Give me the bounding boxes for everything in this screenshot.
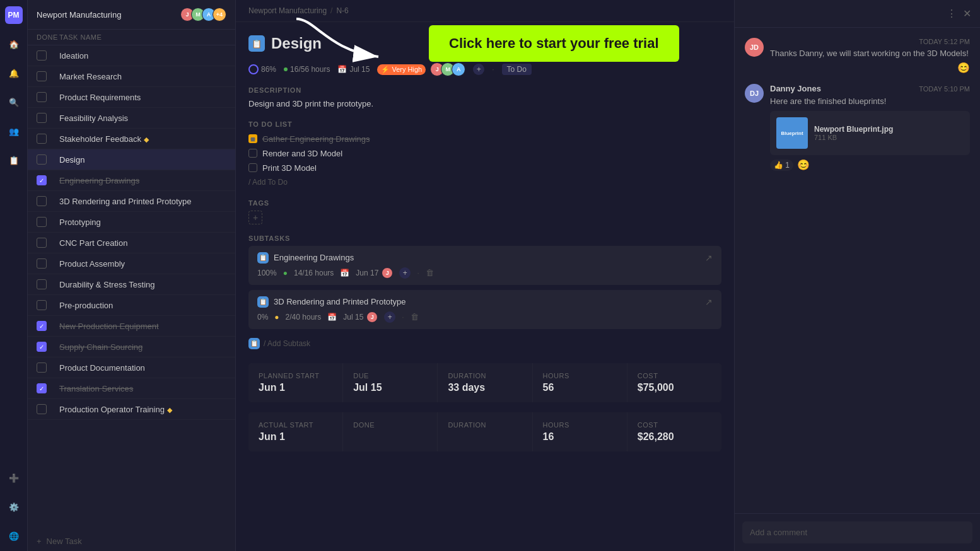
task-checkbox[interactable] (37, 279, 47, 289)
add-subtask-label: / Add Subtask (264, 339, 310, 348)
comment-item: JD TODAY 5:12 PM Thanks Danny, we will s… (745, 38, 970, 74)
actual-stat-label: COST (638, 421, 711, 429)
nav-notifications[interactable]: 🔔 (5, 64, 23, 82)
task-checkbox[interactable] (37, 321, 47, 331)
comment-author-row: TODAY 5:12 PM (770, 38, 970, 45)
close-panel-btn[interactable]: ✕ (963, 8, 971, 20)
task-row[interactable]: Engineering Drawings (28, 170, 235, 191)
task-name: Durability & Stress Testing (54, 280, 226, 289)
task-checkbox[interactable] (37, 71, 47, 81)
todo-item[interactable]: Print 3D Model (248, 161, 721, 175)
planned-stats-grid: PLANNED STARTJun 1DUEJul 15DURATION33 da… (248, 363, 721, 402)
task-row[interactable]: Durability & Stress Testing (28, 274, 235, 295)
task-panel-header: Newport Manufacturing J M A +4 (28, 0, 235, 30)
task-row[interactable]: Translation Services (28, 378, 235, 399)
task-row[interactable]: New Production Equipment (28, 316, 235, 337)
nav-globe[interactable]: 🌐 (5, 527, 23, 545)
cta-banner[interactable]: Click here to start your free trial (429, 25, 679, 62)
task-checkbox[interactable] (37, 154, 47, 165)
actual-stat-value: 16 (543, 431, 617, 443)
task-checkbox[interactable] (37, 342, 47, 352)
task-row[interactable]: Ideation (28, 45, 235, 66)
task-row[interactable]: CNC Part Creation (28, 233, 235, 253)
task-row[interactable]: Prototyping (28, 212, 235, 233)
status-badge[interactable]: To Do (502, 64, 532, 75)
add-task-icon: + (37, 536, 42, 546)
task-name: Product Documentation (54, 363, 226, 373)
add-tag-btn[interactable]: + (248, 211, 262, 224)
subtask-progress: 0% (257, 313, 268, 322)
task-row[interactable]: Production Operator Training◆ (28, 399, 235, 420)
subtask-external-link[interactable]: ↗ (705, 253, 713, 263)
task-row[interactable]: Stakeholder Feedback◆ (28, 129, 235, 149)
task-row[interactable]: Product Documentation (28, 357, 235, 378)
task-checkbox[interactable] (37, 113, 47, 123)
task-type-icon: 📋 (248, 35, 265, 52)
nav-search[interactable]: 🔍 (5, 93, 23, 111)
todo-label: TO DO LIST (248, 120, 721, 128)
subtask-icon: 📋 (257, 252, 269, 264)
task-row[interactable]: Market Research (28, 66, 235, 87)
todo-checkbox[interactable] (248, 163, 257, 172)
task-row[interactable]: Feasibility Analysis (28, 108, 235, 129)
add-assignee-btn[interactable]: + (473, 64, 484, 75)
subtask-cal-icon: 📅 (327, 313, 337, 322)
todo-item[interactable]: ■Gather Engineering Drawings (248, 132, 721, 146)
nav-settings[interactable]: ⚙️ (5, 498, 23, 516)
subtask-add-assignee[interactable]: + (399, 267, 411, 279)
subtask-title[interactable]: Engineering Drawings (274, 253, 354, 262)
add-subtask-icon: 📋 (248, 338, 260, 349)
task-row[interactable]: 3D Rendering and Printed Prototype (28, 191, 235, 212)
todo-text: Print 3D Model (262, 163, 317, 173)
meta-due: 📅 Jul 15 (337, 65, 370, 74)
task-name: Stakeholder Feedback◆ (54, 134, 226, 144)
comment-avatar: JD (745, 38, 764, 57)
task-row[interactable]: Supply Chain Sourcing (28, 337, 235, 357)
subtask-external-link[interactable]: ↗ (705, 297, 713, 307)
subtask-meta: 100% ● 14/16 hours 📅 Jun 17 J + · 🗑 (257, 267, 713, 279)
task-name: Ideation (54, 51, 226, 61)
task-checkbox[interactable] (37, 217, 47, 227)
nav-home[interactable]: 🏠 (5, 35, 23, 53)
nav-team[interactable]: 👥 (5, 122, 23, 140)
add-subtask-btn[interactable]: 📋 / Add Subtask (248, 334, 721, 353)
add-reaction-btn[interactable]: 😊 (797, 159, 810, 171)
more-options-btn[interactable]: ⋮ (947, 8, 957, 20)
task-checkbox[interactable] (37, 92, 47, 102)
task-checkbox[interactable] (37, 404, 47, 414)
task-checkbox[interactable] (37, 134, 47, 144)
task-checkbox[interactable] (37, 258, 47, 269)
task-checkbox[interactable] (37, 362, 47, 373)
task-checkbox[interactable] (37, 175, 47, 185)
add-todo-btn[interactable]: / Add To Do (248, 175, 721, 189)
reaction-badge[interactable]: 👍 1 (770, 160, 793, 171)
stat-label: PLANNED START (259, 372, 332, 380)
todo-item[interactable]: Render and 3D Model (248, 146, 721, 161)
nav-add[interactable]: ➕ (5, 469, 23, 487)
add-reaction-btn[interactable]: 😊 (957, 62, 970, 73)
task-checkbox[interactable] (37, 50, 47, 61)
task-row[interactable]: Pre-production (28, 295, 235, 316)
todo-section: TO DO LIST ■Gather Engineering DrawingsR… (248, 120, 721, 189)
subtask-delete[interactable]: 🗑 (426, 268, 434, 277)
task-row[interactable]: Product Assembly (28, 253, 235, 274)
task-row[interactable]: Design (28, 149, 235, 170)
subtask-hours-dot: ● (274, 313, 279, 322)
subtask-delete[interactable]: 🗑 (411, 312, 419, 322)
task-checkbox[interactable] (37, 300, 47, 310)
actual-stat-label: DONE (353, 421, 427, 429)
task-checkbox[interactable] (37, 383, 47, 393)
task-name: Supply Chain Sourcing (54, 342, 226, 352)
task-checkbox[interactable] (37, 238, 47, 248)
subtask-title[interactable]: 3D Rendering and Printed Prototype (274, 297, 406, 306)
nav-tasks[interactable]: 📋 (5, 151, 23, 169)
tags-label: TAGS (248, 199, 721, 207)
task-checkbox[interactable] (37, 196, 47, 206)
subtask-add-assignee[interactable]: + (384, 311, 395, 323)
task-name: Translation Services (54, 384, 226, 393)
add-task-row[interactable]: + New Task (28, 531, 235, 551)
comment-time: TODAY 5:10 PM (919, 85, 970, 93)
todo-checkbox[interactable] (248, 149, 257, 158)
comment-input[interactable] (742, 521, 972, 543)
task-row[interactable]: Product Requirements (28, 87, 235, 108)
